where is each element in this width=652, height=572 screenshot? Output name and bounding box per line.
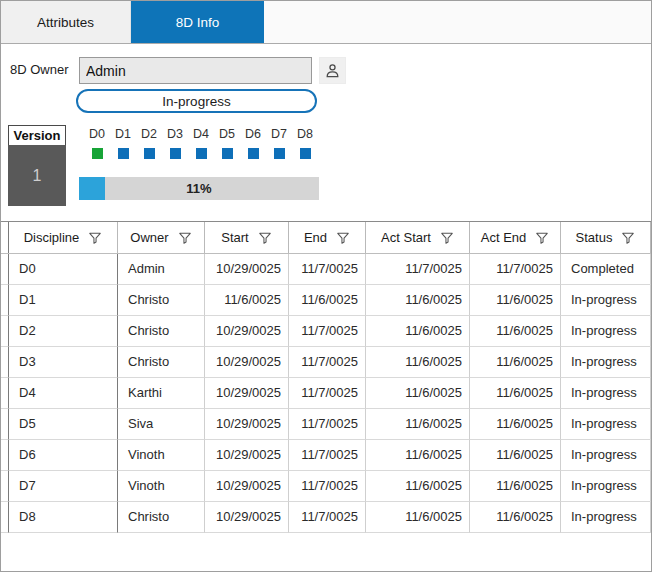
user-icon — [324, 62, 341, 79]
cell-act-end: 11/6/0025 — [470, 347, 561, 378]
discipline-label: D1 — [115, 127, 131, 141]
table-row[interactable]: D0Admin10/29/002511/7/002511/7/002511/7/… — [1, 254, 651, 285]
column-header-owner[interactable]: Owner — [118, 222, 205, 253]
cell-start: 10/29/0025 — [205, 254, 289, 285]
cell-act-end: 11/6/0025 — [470, 502, 561, 533]
filter-icon[interactable] — [178, 231, 192, 245]
discipline-square-d5 — [222, 148, 233, 159]
cell-status: In-progress — [561, 347, 651, 378]
cell-act-end: 11/6/0025 — [470, 378, 561, 409]
column-header-status[interactable]: Status — [561, 222, 651, 253]
cell-start: 10/29/0025 — [205, 378, 289, 409]
table-row[interactable]: D5Siva10/29/002511/7/002511/6/002511/6/0… — [1, 409, 651, 440]
discipline-square-d7 — [274, 148, 285, 159]
progress-bar: 11% — [79, 177, 319, 200]
cell-act-start: 11/6/0025 — [366, 440, 470, 471]
table-row[interactable]: D8Christo10/29/002511/7/002511/6/002511/… — [1, 502, 651, 533]
tab-attributes[interactable]: Attributes — [1, 1, 131, 43]
cell-discipline: D5 — [9, 409, 118, 440]
cell-status: In-progress — [561, 471, 651, 502]
filter-icon[interactable] — [535, 231, 549, 245]
cell-act-start: 11/6/0025 — [366, 409, 470, 440]
cell-act-end: 11/6/0025 — [470, 409, 561, 440]
cell-status: In-progress — [561, 440, 651, 471]
table-body: D0Admin10/29/002511/7/002511/7/002511/7/… — [1, 254, 651, 533]
cell-act-start: 11/6/0025 — [366, 502, 470, 533]
table-header-row: DisciplineOwnerStartEndAct StartAct EndS… — [1, 222, 651, 254]
cell-end: 11/7/0025 — [289, 378, 366, 409]
discipline-label: D4 — [193, 127, 209, 141]
cell-end: 11/7/0025 — [289, 347, 366, 378]
cell-discipline: D8 — [9, 502, 118, 533]
cell-status: In-progress — [561, 285, 651, 316]
cell-act-end: 11/6/0025 — [470, 440, 561, 471]
cell-start: 10/29/0025 — [205, 409, 289, 440]
cell-status: In-progress — [561, 378, 651, 409]
cell-owner: Christo — [118, 502, 205, 533]
filter-icon[interactable] — [336, 231, 350, 245]
column-header-label: Act Start — [381, 230, 431, 245]
discipline-square-d1 — [118, 148, 129, 159]
filter-icon[interactable] — [258, 231, 272, 245]
filter-icon[interactable] — [621, 231, 635, 245]
cell-owner: Christo — [118, 285, 205, 316]
column-header-act-start[interactable]: Act Start — [366, 222, 470, 253]
overall-status-button[interactable]: In-progress — [76, 89, 317, 113]
cell-discipline: D6 — [9, 440, 118, 471]
discipline-square-d3 — [170, 148, 181, 159]
table-row[interactable]: D4Karthi10/29/002511/7/002511/6/002511/6… — [1, 378, 651, 409]
owner-input[interactable] — [79, 57, 312, 84]
column-header-label: Owner — [130, 230, 168, 245]
version-value: 1 — [8, 145, 66, 206]
column-header-start[interactable]: Start — [205, 222, 289, 253]
cell-owner: Vinoth — [118, 471, 205, 502]
row-header-cell — [1, 471, 9, 502]
discipline-square-d0 — [92, 148, 103, 159]
cell-end: 11/7/0025 — [289, 502, 366, 533]
cell-start: 10/29/0025 — [205, 502, 289, 533]
cell-start: 10/29/0025 — [205, 440, 289, 471]
select-owner-button[interactable] — [319, 57, 346, 84]
cell-discipline: D7 — [9, 471, 118, 502]
table-row[interactable]: D2Christo10/29/002511/7/002511/6/002511/… — [1, 316, 651, 347]
column-header-act-end[interactable]: Act End — [470, 222, 561, 253]
filter-icon[interactable] — [440, 231, 454, 245]
row-header-cell — [1, 440, 9, 471]
column-header-end[interactable]: End — [289, 222, 366, 253]
column-header-label: Discipline — [24, 230, 80, 245]
row-header-cell — [1, 316, 9, 347]
cell-status: Completed — [561, 254, 651, 285]
column-header-label: Status — [576, 230, 613, 245]
progress-percent-label: 11% — [79, 177, 319, 200]
cell-act-start: 11/7/0025 — [366, 254, 470, 285]
cell-status: In-progress — [561, 316, 651, 347]
tab-8d-info[interactable]: 8D Info — [131, 1, 264, 43]
row-header-spacer — [1, 222, 9, 253]
column-header-label: End — [304, 230, 327, 245]
table-row[interactable]: D7Vinoth10/29/002511/7/002511/6/002511/6… — [1, 471, 651, 502]
cell-act-start: 11/6/0025 — [366, 471, 470, 502]
table-row[interactable]: D6Vinoth10/29/002511/7/002511/6/002511/6… — [1, 440, 651, 471]
discipline-label: D8 — [297, 127, 313, 141]
discipline-square-d8 — [300, 148, 311, 159]
8d-info-window: Attributes 8D Info 8D Owner In-progress … — [0, 0, 652, 572]
filter-icon[interactable] — [88, 231, 102, 245]
table-row[interactable]: D1Christo11/6/002511/6/002511/6/002511/6… — [1, 285, 651, 316]
discipline-label: D6 — [245, 127, 261, 141]
cell-owner: Admin — [118, 254, 205, 285]
column-header-discipline[interactable]: Discipline — [9, 222, 118, 253]
column-header-label: Act End — [481, 230, 527, 245]
8d-summary-panel: 8D Owner In-progress Version 1 D0D1D2D3D… — [1, 44, 651, 221]
cell-owner: Karthi — [118, 378, 205, 409]
cell-end: 11/7/0025 — [289, 440, 366, 471]
tab-strip: Attributes 8D Info — [1, 1, 651, 44]
discipline-label: D0 — [89, 127, 105, 141]
cell-start: 11/6/0025 — [205, 285, 289, 316]
cell-owner: Vinoth — [118, 440, 205, 471]
column-header-label: Start — [221, 230, 248, 245]
table-row[interactable]: D3Christo10/29/002511/7/002511/6/002511/… — [1, 347, 651, 378]
cell-end: 11/7/0025 — [289, 471, 366, 502]
cell-end: 11/6/0025 — [289, 285, 366, 316]
discipline-label: D5 — [219, 127, 235, 141]
row-header-cell — [1, 285, 9, 316]
